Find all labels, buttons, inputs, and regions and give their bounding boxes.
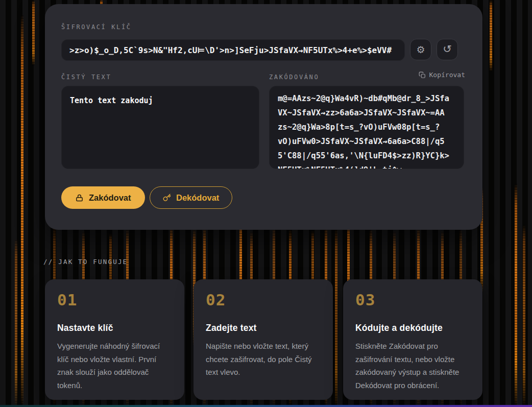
step-description: Vygenerujte náhodný šifrovací klíč nebo …: [57, 340, 172, 392]
how-it-works-heading: // JAK TO FUNGUJE: [43, 258, 128, 266]
encode-button[interactable]: Zakódovat: [61, 186, 145, 209]
copy-icon: [419, 71, 426, 79]
app-root: ŠIFROVACÍ KLÍČ ⚙ ↺ ČISTÝ TEXT ZAKÓDOVÁNO…: [0, 0, 532, 407]
step-number: 02: [206, 291, 321, 309]
bottom-accent-line: [0, 405, 532, 407]
cipher-key-input[interactable]: [61, 39, 405, 61]
glow-stripe: [523, 225, 525, 407]
plain-text-label: ČISTÝ TEXT: [61, 74, 111, 81]
step-card-2: 02 Zadejte text Napište nebo vložte text…: [194, 279, 333, 400]
step-title: Kódujte a dekódujte: [355, 323, 470, 333]
copy-button[interactable]: Kopírovat: [419, 71, 465, 79]
copy-button-label: Kopírovat: [429, 71, 465, 79]
glow-stripe: [32, 0, 35, 65]
key-icon: [163, 194, 171, 202]
cipher-panel: ŠIFROVACÍ KLÍČ ⚙ ↺ ČISTÝ TEXT ZAKÓDOVÁNO…: [45, 4, 482, 230]
step-number: 01: [57, 291, 172, 309]
glow-stripe: [15, 239, 17, 407]
step-title: Nastavte klíč: [57, 323, 172, 333]
glow-stripe: [21, 14, 23, 407]
step-description: Stiskněte Zakódovat pro zašifrování text…: [355, 340, 470, 392]
step-title: Zadejte text: [206, 323, 321, 333]
step-card-3: 03 Kódujte a dekódujte Stiskněte Zakódov…: [343, 279, 482, 400]
cipher-key-label: ŠIFROVACÍ KLÍČ: [61, 23, 132, 31]
step-number: 03: [355, 291, 470, 309]
settings-button[interactable]: ⚙: [410, 39, 431, 60]
glow-stripe: [335, 229, 337, 407]
decode-button-label: Dekódovat: [176, 193, 219, 203]
regenerate-key-button[interactable]: ↺: [437, 39, 458, 60]
plain-text-area[interactable]: Tento text zakoduj: [61, 86, 259, 169]
decode-button[interactable]: Dekódovat: [150, 186, 232, 209]
glow-stripe: [490, 0, 492, 71]
gear-icon: ⚙: [416, 45, 425, 55]
step-description: Napište nebo vložte text, který chcete z…: [206, 340, 321, 379]
lock-icon: [75, 194, 84, 202]
refresh-icon: ↺: [443, 44, 452, 55]
encoded-output: m@=AAzs~2@q}Wa4vR)~db#qMb@dr_8_>JSfa VX~…: [269, 86, 464, 169]
encoded-output-label: ZAKÓDOVÁNO: [269, 74, 319, 81]
encode-button-label: Zakódovat: [89, 193, 131, 203]
step-card-1: 01 Nastavte klíč Vygenerujte náhodný šif…: [45, 279, 184, 400]
glow-stripe: [515, 184, 517, 407]
